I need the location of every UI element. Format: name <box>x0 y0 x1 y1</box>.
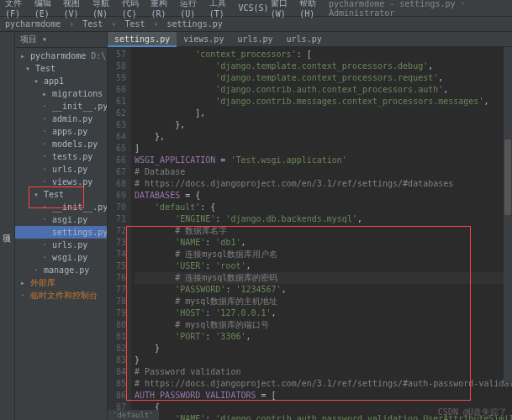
editor-tab[interactable]: settings.py <box>108 32 177 47</box>
breadcrumb-item[interactable]: Test <box>124 19 145 29</box>
menu-item[interactable]: 视图(V) <box>63 0 91 18</box>
tree-node[interactable]: · urls.py <box>15 163 107 176</box>
sidebar-header[interactable]: 项目 ▾ <box>15 32 107 48</box>
tree-node[interactable]: · apps.py <box>15 125 107 138</box>
editor-tab[interactable]: urls.py <box>280 32 329 46</box>
project-tree: ▸ pycharmdome D:\pycharmdome▾ Test▾ app1… <box>15 48 107 303</box>
tree-node[interactable]: · 临时文件和控制台 <box>15 289 107 302</box>
tree-node[interactable]: ▸ migrations <box>15 87 107 100</box>
code-content[interactable]: 'context_processors': [ 'django.template… <box>131 47 512 420</box>
menu-item[interactable]: 代码(C) <box>122 0 150 18</box>
line-gutter: 57 58 59 60 61 62 63 64 65 66 67 68 69 7… <box>108 47 131 420</box>
window-title: pycharmdome - settings.py <box>329 0 456 8</box>
tree-node[interactable]: ▾ app1 <box>15 75 107 87</box>
menu-item[interactable]: VCS(S) <box>239 3 269 13</box>
editor-area: settings.pyviews.pyurls.pyurls.py 57 58 … <box>108 32 512 420</box>
tree-node[interactable]: · admin.py <box>15 113 107 125</box>
project-tool-tab[interactable]: 项目 <box>0 32 15 420</box>
breadcrumb-bottom[interactable]: 'default' <box>108 410 159 420</box>
tree-node[interactable]: ▸ pycharmdome D:\pycharmdome <box>15 50 107 62</box>
tree-node[interactable]: · __init__.py <box>15 201 107 213</box>
menu-item[interactable]: 窗口(W) <box>271 0 298 18</box>
editor-tab[interactable]: urls.py <box>230 32 279 46</box>
tree-node[interactable]: · wsgi.py <box>15 251 107 264</box>
breadcrumb-item[interactable]: pycharmdome <box>5 19 61 29</box>
menubar: 文件(F) 编辑(E) 视图(V) 导航(N) 代码(C) 重构(R) 运行(U… <box>0 0 512 17</box>
editor-scrollbar[interactable] <box>504 47 512 383</box>
menu-item[interactable]: 导航(N) <box>92 0 120 18</box>
tree-node[interactable]: ▾ Test <box>15 188 107 201</box>
tree-node[interactable]: · urls.py <box>15 239 107 251</box>
menu-item[interactable]: 运行(U) <box>180 0 208 18</box>
tree-node[interactable]: · settings.py <box>15 226 107 239</box>
tree-node[interactable]: · __init__.py <box>15 100 107 113</box>
editor-tab[interactable]: views.py <box>177 32 230 46</box>
tree-node[interactable]: · models.py <box>15 138 107 150</box>
tree-node[interactable]: ▸ 外部库 <box>15 276 107 289</box>
watermark: CSDN @U盘失踪了 <box>438 407 507 418</box>
tree-node[interactable]: ▾ Test <box>15 62 107 75</box>
project-sidebar: 项目 ▾ ▸ pycharmdome D:\pycharmdome▾ Test▾… <box>15 32 108 420</box>
tree-node[interactable]: · manage.py <box>15 264 107 276</box>
toolbar: pycharmdome › Test › Test › settings.py <box>0 17 512 32</box>
breadcrumb-item[interactable]: Test <box>82 19 103 29</box>
tree-node[interactable]: · views.py <box>15 176 107 188</box>
menu-item[interactable]: 文件(F) <box>5 0 33 18</box>
code-editor[interactable]: 57 58 59 60 61 62 63 64 65 66 67 68 69 7… <box>108 47 512 420</box>
tree-node[interactable]: · tests.py <box>15 150 107 163</box>
tree-node[interactable]: · asgi.py <box>15 213 107 226</box>
menu-item[interactable]: 帮助(H) <box>299 0 327 18</box>
menu-item[interactable]: 编辑(E) <box>34 0 62 18</box>
menu-item[interactable]: 重构(R) <box>150 0 178 18</box>
editor-tabs: settings.pyviews.pyurls.pyurls.py <box>108 32 512 47</box>
admin-badge: Administrator <box>329 8 394 18</box>
breadcrumb-item[interactable]: settings.py <box>167 19 223 29</box>
menu-item[interactable]: 工具(T) <box>209 0 237 18</box>
